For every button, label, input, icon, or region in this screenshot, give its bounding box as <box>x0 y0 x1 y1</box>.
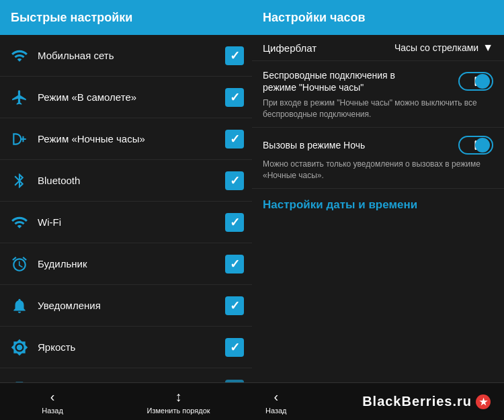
airplane-mode-checkbox[interactable] <box>225 88 244 107</box>
bluetooth-label: Bluetooth <box>38 175 225 186</box>
toggle-knob-2 <box>475 138 490 153</box>
dial-value: Часы со стрелками <box>394 42 478 53</box>
chevron-down-icon: ▼ <box>482 42 493 54</box>
reorder-icon: ↕ <box>175 389 182 405</box>
dial-row: Циферблат Часы со стрелками ▼ <box>252 35 504 61</box>
left-header: Быстрые настройки <box>0 0 252 35</box>
reorder-button[interactable]: ↕ Изменить порядок <box>147 389 210 415</box>
nightclock-label: Режим «Ночные часы» <box>38 133 225 144</box>
nightclock-checkbox[interactable] <box>225 130 244 149</box>
calls-toggle-desc: Можно оставить только уведомления о вызо… <box>263 159 493 181</box>
calls-toggle-title: Вызовы в режиме Ночь <box>263 139 411 151</box>
toggle-knob-1 <box>475 74 490 89</box>
alarm-label: Будильник <box>38 258 225 269</box>
wireless-toggle-switch[interactable] <box>458 72 493 91</box>
wifi-checkbox[interactable] <box>225 213 244 232</box>
back-icon-right: ‹ <box>274 389 278 405</box>
date-section-title: Настройки даты и времени <box>263 198 417 211</box>
brightness-label: Яркость <box>38 341 225 353</box>
right-footer: ‹ Назад BlackBerries.ru ★ <box>252 382 504 420</box>
nightclock-icon <box>7 126 32 152</box>
back-icon-left: ‹ <box>50 389 55 405</box>
mobile-network-label: Мобильная сеть <box>38 50 225 61</box>
dial-dropdown[interactable]: Часы со стрелками ▼ <box>394 42 493 54</box>
back-label-right: Назад <box>265 407 287 415</box>
calls-toggle-row: Вызовы в режиме Ночь <box>263 136 493 155</box>
wireless-toggle-desc: При входе в режим "Ночные часы" можно вы… <box>263 97 493 120</box>
list-item-nightclock[interactable]: Режим «Ночные часы» <box>0 118 252 160</box>
wireless-toggle-row: Беспроводные подключения в режиме "Ночны… <box>263 69 493 93</box>
airplane-icon <box>7 85 32 110</box>
calls-toggle-switch[interactable] <box>458 136 493 155</box>
left-footer: ‹ Назад ↕ Изменить порядок <box>0 382 252 420</box>
bb-star-icon: ★ <box>476 394 491 409</box>
alarm-icon <box>7 251 32 277</box>
wireless-toggle-section: Беспроводные подключения в режиме "Ночны… <box>252 61 504 128</box>
bluetooth-checkbox[interactable] <box>225 171 244 190</box>
notifications-icon <box>7 293 32 319</box>
flashlight-checkbox[interactable] <box>225 380 244 383</box>
airplane-mode-label: Режим «В самолете» <box>38 91 225 103</box>
right-header-title: Настройки часов <box>263 11 366 25</box>
wifi-icon <box>7 210 32 235</box>
list-item-wifi[interactable]: Wi-Fi <box>0 202 252 243</box>
blackberries-logo: BlackBerries.ru ★ <box>362 394 491 409</box>
left-panel: Быстрые настройки Мобильная сеть Режим «… <box>0 0 252 420</box>
list-item-bluetooth[interactable]: Bluetooth <box>0 160 252 202</box>
list-item-flashlight[interactable]: Фонарик <box>0 368 252 382</box>
dial-label: Циферблат <box>263 42 317 54</box>
right-content: Циферблат Часы со стрелками ▼ Беспроводн… <box>252 35 504 382</box>
wireless-toggle-title: Беспроводные подключения в режиме "Ночны… <box>263 69 411 93</box>
calls-toggle-section: Вызовы в режиме Ночь Можно оставить толь… <box>252 128 504 189</box>
list-item-airplane[interactable]: Режим «В самолете» <box>0 77 252 118</box>
flashlight-icon <box>7 376 32 383</box>
left-header-title: Быстрые настройки <box>11 11 132 25</box>
notifications-checkbox[interactable] <box>225 296 244 315</box>
list-item-mobile[interactable]: Мобильная сеть <box>0 35 252 77</box>
mobile-network-checkbox[interactable] <box>225 46 244 65</box>
right-header: Настройки часов <box>252 0 504 35</box>
brightness-checkbox[interactable] <box>225 338 244 357</box>
wifi-label: Wi-Fi <box>38 216 225 228</box>
bb-logo-text: BlackBerries.ru <box>362 394 472 409</box>
bluetooth-icon <box>7 168 32 194</box>
back-button-right[interactable]: ‹ Назад <box>265 389 287 415</box>
reorder-label: Изменить порядок <box>147 407 210 415</box>
list-item-alarm[interactable]: Будильник <box>0 243 252 285</box>
date-section: Настройки даты и времени <box>252 189 504 221</box>
list-item-notifications[interactable]: Уведомления <box>0 285 252 327</box>
brightness-icon <box>7 335 32 360</box>
signal-icon <box>7 43 32 69</box>
back-button-left[interactable]: ‹ Назад <box>42 389 63 415</box>
back-label-left: Назад <box>42 407 63 415</box>
right-panel: Настройки часов Циферблат Часы со стрелк… <box>252 0 504 420</box>
notifications-label: Уведомления <box>38 300 225 311</box>
left-list: Мобильная сеть Режим «В самолете» Режим … <box>0 35 252 382</box>
list-item-brightness[interactable]: Яркость <box>0 327 252 368</box>
alarm-checkbox[interactable] <box>225 255 244 274</box>
